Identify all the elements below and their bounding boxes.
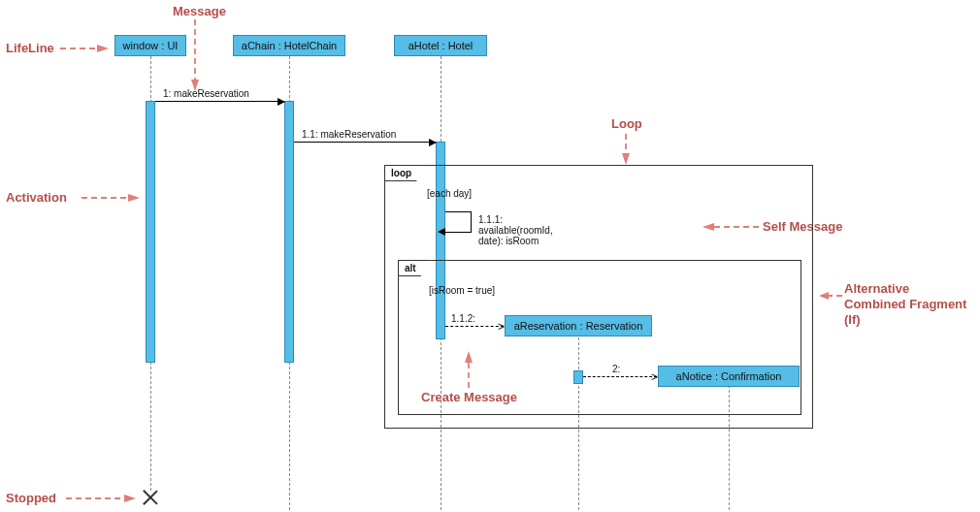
loop-guard: [each day] [427,188,472,199]
fragment-loop-tag: loop [384,165,426,181]
annot-message: Message [173,4,226,18]
annot-alt-2: Combined Fragment [844,297,966,311]
activation-window [146,101,155,363]
msg-1: 1: makeReservation [155,101,284,102]
msg-1-1-1-label: 1.1.1: available(roomId, date): isRoom [478,214,553,246]
msg-1-1-label: 1.1: makeReservation [302,129,396,140]
arrowhead-open-icon: > [651,372,658,382]
stopped-icon [143,490,158,505]
fragment-alt-tag: alt [398,260,431,276]
alt-guard: [isRoom = true] [429,285,495,296]
msg-2-label: 2: [612,364,620,374]
fragment-alt: alt [398,260,801,415]
annot-stopped: Stopped [6,491,56,505]
svg-marker-5 [128,194,140,202]
lifeline-window: window : UI [114,35,186,56]
lifeline-notice: aNotice : Confirmation [658,366,800,387]
lifeline-chain: aChain : HotelChain [233,35,345,56]
arrowhead-icon [429,139,437,146]
lifeline-reservation: aReservation : Reservation [505,315,652,336]
arrowhead-icon [278,98,285,106]
msg-1-1: 1.1: makeReservation [294,142,436,143]
svg-marker-3 [97,45,109,52]
annot-lifeline: LifeLine [6,41,54,55]
svg-marker-9 [622,153,630,165]
msg-1-1-2-label: 1.1.2: [451,313,475,324]
svg-marker-13 [819,292,829,300]
msg-1-1-2: 1.1.2: > [445,326,504,327]
arrowhead-open-icon: > [498,322,505,332]
lifeline-hotel: aHotel : Hotel [394,35,487,56]
annot-alt-3: (If) [844,312,861,327]
activation-chain [284,101,294,363]
svg-marker-7 [124,495,136,502]
msg-2: 2: > [583,376,657,377]
msg-1-1-1: 1.1.1: available(roomId, date): isRoom [445,211,472,233]
annot-activation: Activation [6,190,67,205]
annot-alt-1: Alternative [844,281,909,296]
arrowhead-icon [438,228,445,236]
annot-loop: Loop [611,116,642,131]
msg-1-label: 1: makeReservation [163,88,249,99]
